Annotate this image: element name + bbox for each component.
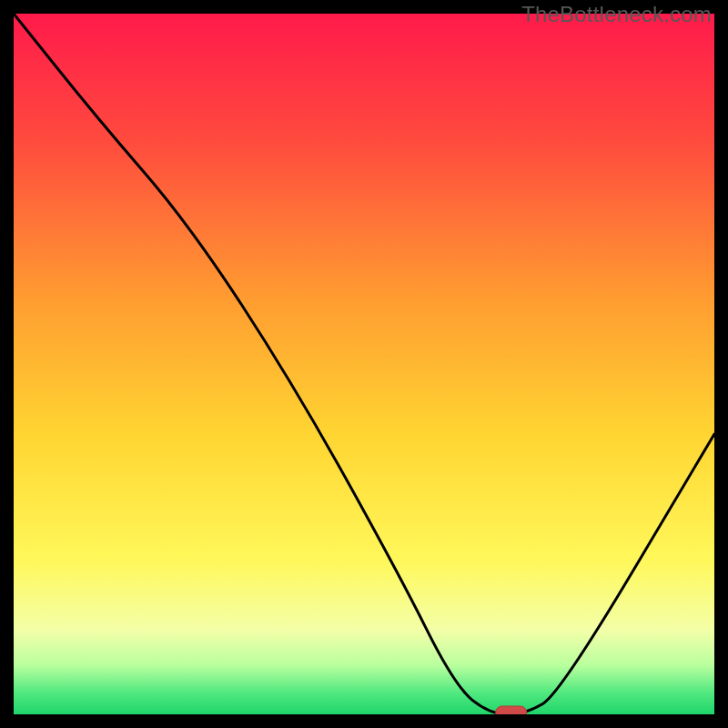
optimal-marker xyxy=(496,706,527,714)
watermark-text: TheBottleneck.com xyxy=(521,2,712,27)
chart-frame xyxy=(14,14,714,714)
bottleneck-chart xyxy=(14,14,714,714)
